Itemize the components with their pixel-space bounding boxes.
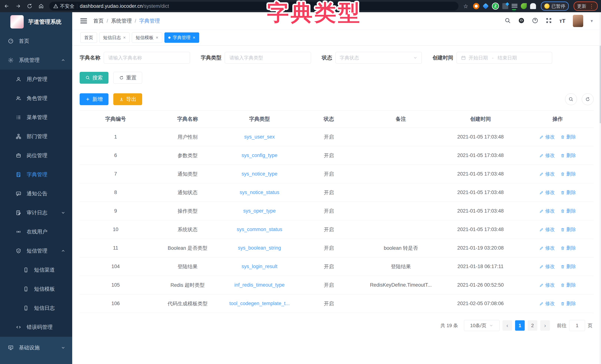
cell-dict-type-link[interactable]: inf_redis_timeout_type — [223, 276, 296, 294]
sidebar-item-sms-log[interactable]: 短信日志 — [0, 298, 72, 318]
edit-button[interactable]: 修改 — [539, 245, 555, 251]
delete-button[interactable]: 删除 — [561, 282, 576, 288]
cell-dict-type-link[interactable]: sys_oper_type — [223, 202, 296, 220]
close-icon[interactable]: × — [193, 35, 195, 40]
edit-button[interactable]: 修改 — [539, 226, 555, 233]
dict-name-input[interactable] — [108, 55, 186, 61]
github-icon[interactable] — [518, 17, 524, 24]
prev-page-button[interactable]: ‹ — [502, 320, 512, 331]
paused-badge[interactable]: 已暂停 — [541, 1, 569, 11]
sidebar-item-sms-channel[interactable]: 短信渠道 — [0, 260, 72, 279]
app-logo-row[interactable]: 芋道管理系统 — [0, 12, 72, 31]
date-range-picker[interactable]: 开始日期 - 结束日期 — [457, 52, 552, 64]
address-bar[interactable]: 不安全 dashboard.yudao.iocoder.cn/system/di… — [49, 2, 459, 10]
edit-button[interactable]: 修改 — [539, 282, 555, 288]
extension-gem-icon[interactable] — [482, 3, 489, 9]
close-icon[interactable]: × — [123, 35, 126, 40]
cell-dict-type-link[interactable]: sys_boolean_string — [223, 239, 296, 257]
delete-button[interactable]: 删除 — [561, 245, 576, 251]
cell-created-time: 2021-02-05 07:08:06 — [439, 294, 521, 313]
sidebar-item-menu[interactable]: 菜单管理 — [0, 108, 72, 127]
page-button-1[interactable]: 1 — [515, 320, 525, 331]
table-refresh-button[interactable] — [582, 93, 594, 105]
next-page-button[interactable]: › — [540, 320, 550, 331]
sidebar-item-dept[interactable]: 部门管理 — [0, 127, 72, 146]
sidebar-item-infra[interactable]: 基础设施 — [0, 337, 72, 359]
extension-list-icon[interactable]: on — [511, 3, 518, 9]
delete-button[interactable]: 删除 — [561, 171, 576, 177]
add-button[interactable]: 新增 — [80, 93, 109, 105]
delete-button[interactable]: 删除 — [561, 263, 576, 270]
cell-dict-type-link[interactable]: sys_notice_status — [223, 183, 296, 202]
search-button[interactable]: 搜索 — [80, 72, 109, 84]
page-size-select[interactable]: 10条/页 — [464, 320, 500, 331]
sidebar-item-notice[interactable]: 通知公告 — [0, 184, 72, 203]
edit-button[interactable]: 修改 — [539, 152, 555, 159]
dict-type-input[interactable] — [229, 55, 307, 61]
cell-dict-type-link[interactable]: tool_codegen_template_t... — [223, 294, 296, 313]
bookmark-star-icon[interactable]: ☆ — [463, 3, 468, 10]
forward-icon[interactable] — [15, 3, 21, 10]
breadcrumb-home[interactable]: 首页 — [93, 17, 104, 24]
sidebar-item-errcode[interactable]: 错误码管理 — [0, 318, 72, 337]
sidebar-item-user[interactable]: 用户管理 — [0, 70, 72, 89]
delete-button[interactable]: 删除 — [561, 134, 576, 140]
extension-leaf-icon[interactable] — [521, 3, 527, 9]
delete-button[interactable]: 删除 — [561, 189, 576, 196]
reload-icon[interactable] — [26, 3, 33, 10]
extension-ghost-icon[interactable] — [530, 3, 536, 9]
edit-button[interactable]: 修改 — [539, 134, 555, 140]
breadcrumb-system[interactable]: 系统管理 — [111, 17, 132, 24]
cell-dict-type-link[interactable]: sys_config_type — [223, 146, 296, 165]
cell-dict-type-link[interactable]: sys_user_sex — [223, 128, 296, 146]
tab-首页[interactable]: 首页 — [80, 32, 97, 43]
cell-dict-type-link[interactable]: sys_notice_type — [223, 165, 296, 183]
delete-button[interactable]: 删除 — [561, 208, 576, 214]
tab-短信模板[interactable]: 短信模板× — [132, 32, 162, 43]
page-button-2[interactable]: 2 — [528, 320, 537, 331]
sidebar-item-online[interactable]: 在线用户 — [0, 222, 72, 241]
delete-button[interactable]: 删除 — [561, 226, 576, 233]
reset-button[interactable]: 重置 — [113, 72, 142, 84]
edit-button[interactable]: 修改 — [539, 263, 555, 270]
sidebar-item-sms-template[interactable]: 短信模板 — [0, 279, 72, 298]
avatar[interactable] — [573, 15, 583, 27]
font-size-icon[interactable]: тT — [559, 18, 565, 24]
cell-dict-type-link[interactable]: sys_common_status — [223, 220, 296, 239]
back-icon[interactable] — [3, 3, 10, 10]
goto-page-input[interactable] — [569, 320, 585, 331]
tab-字典管理[interactable]: 字典管理× — [164, 32, 199, 43]
sidebar-item-role[interactable]: 角色管理 — [0, 89, 72, 108]
close-icon[interactable]: × — [156, 35, 158, 40]
edit-button[interactable]: 修改 — [539, 300, 555, 307]
sidebar-item-post[interactable]: 岗位管理 — [0, 146, 72, 165]
sidebar-item-dict[interactable]: 字典管理 — [0, 165, 72, 184]
export-button[interactable]: 导出 — [113, 93, 142, 105]
extension-z-icon[interactable]: Z — [492, 3, 499, 10]
extension-donut-icon[interactable] — [473, 3, 479, 9]
hamburger-icon[interactable] — [80, 19, 87, 23]
extension-diamond-icon[interactable] — [502, 3, 508, 9]
edit-button[interactable]: 修改 — [539, 189, 555, 196]
delete-button[interactable]: 删除 — [561, 300, 576, 307]
sidebar-item-sms[interactable]: 短信管理 — [0, 241, 72, 260]
page-scrollbar[interactable] — [600, 12, 601, 364]
not-secure-warning-icon[interactable]: 不安全 — [53, 3, 74, 10]
search-icon[interactable] — [505, 17, 511, 24]
browser-menu-icon[interactable]: ⋮ — [589, 3, 594, 9]
update-badge[interactable]: 更新 ⋮ — [574, 1, 598, 11]
sidebar-item-home[interactable]: 首页 — [0, 31, 72, 51]
edit-button[interactable]: 修改 — [539, 208, 555, 214]
delete-button[interactable]: 删除 — [561, 152, 576, 159]
home-icon[interactable] — [38, 3, 44, 10]
table-search-toggle-button[interactable] — [565, 93, 577, 105]
status-select[interactable]: 字典状态 — [335, 52, 422, 64]
tab-短信日志[interactable]: 短信日志× — [99, 32, 130, 43]
cell-dict-type-link[interactable]: sys_login_result — [223, 257, 296, 276]
help-icon[interactable] — [532, 17, 538, 24]
chevron-down-icon[interactable]: ▾ — [591, 18, 593, 23]
edit-button[interactable]: 修改 — [539, 171, 555, 177]
fullscreen-icon[interactable] — [546, 17, 552, 24]
sidebar-item-audit[interactable]: 审计日志 — [0, 203, 72, 222]
sidebar-item-system[interactable]: 系统管理 — [0, 51, 72, 70]
